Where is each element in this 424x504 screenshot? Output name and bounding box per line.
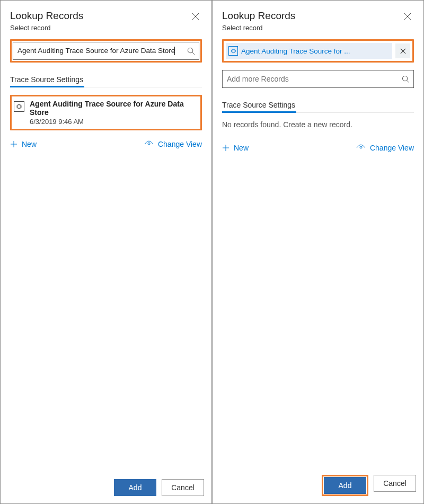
svg-point-6 (360, 146, 362, 148)
change-view-action[interactable]: Change View (356, 144, 414, 152)
new-action[interactable]: New (10, 140, 37, 148)
no-records-text: No records found. Create a new record. (222, 120, 414, 129)
new-action[interactable]: New (222, 144, 249, 152)
change-view-label: Change View (370, 144, 414, 152)
section-header: Trace Source Settings (222, 101, 414, 109)
dialog-subtitle: Select record (222, 24, 414, 32)
search-input[interactable]: Add more Records (222, 70, 414, 88)
new-label: New (234, 144, 249, 152)
cancel-button[interactable]: Cancel (162, 479, 204, 496)
svg-line-5 (407, 80, 409, 83)
plus-icon (10, 140, 17, 148)
highlight-add: Add (322, 475, 368, 496)
search-result-item[interactable]: Agent Auditing Trace Source for Azure Da… (13, 98, 199, 128)
selected-record-chip[interactable]: Agent Auditing Trace Source for ... (226, 43, 392, 59)
chip-remove-button[interactable] (395, 43, 410, 58)
highlight-chip: Agent Auditing Trace Source for ... (222, 39, 414, 63)
dialog-title: Lookup Records (222, 10, 295, 22)
close-button[interactable] (401, 10, 414, 23)
close-icon (404, 13, 411, 20)
search-icon[interactable] (183, 47, 199, 55)
add-button[interactable]: Add (324, 477, 366, 494)
entity-icon (228, 46, 238, 56)
search-input[interactable]: Agent Auditing Trace Source for Azure Da… (13, 42, 199, 60)
plus-icon (222, 144, 229, 152)
new-label: New (22, 140, 37, 148)
add-button[interactable]: Add (114, 479, 156, 496)
dialog-subtitle: Select record (10, 24, 202, 32)
close-button[interactable] (189, 10, 202, 23)
section-underline (222, 112, 414, 113)
section-header: Trace Source Settings (10, 75, 202, 84)
change-view-action[interactable]: Change View (144, 140, 202, 148)
entity-icon (14, 101, 24, 112)
close-icon (192, 13, 199, 20)
search-placeholder: Add more Records (223, 75, 398, 83)
svg-point-0 (188, 48, 192, 52)
search-input-value: Agent Auditing Trace Source for Azure Da… (13, 47, 183, 55)
lookup-pane-right: Lookup Records Select record Agent Audit… (212, 0, 424, 504)
chip-label: Agent Auditing Trace Source for ... (241, 47, 389, 55)
eye-icon (144, 140, 154, 148)
svg-point-4 (402, 76, 407, 81)
section-underline (10, 87, 202, 87)
svg-rect-2 (16, 104, 22, 110)
result-date: 6/3/2019 9:46 AM (30, 118, 198, 126)
svg-point-3 (148, 143, 150, 145)
change-view-label: Change View (158, 140, 202, 148)
highlight-search: Agent Auditing Trace Source for Azure Da… (10, 39, 202, 63)
cancel-button[interactable]: Cancel (374, 475, 416, 492)
dialog-title: Lookup Records (10, 10, 83, 22)
lookup-pane-left: Lookup Records Select record Agent Audit… (0, 0, 212, 504)
eye-icon (356, 144, 366, 152)
highlight-result: Agent Auditing Trace Source for Azure Da… (10, 95, 202, 130)
result-name: Agent Auditing Trace Source for Azure Da… (30, 100, 198, 117)
search-icon[interactable] (398, 75, 413, 83)
close-icon (400, 48, 406, 54)
svg-line-1 (192, 52, 195, 55)
